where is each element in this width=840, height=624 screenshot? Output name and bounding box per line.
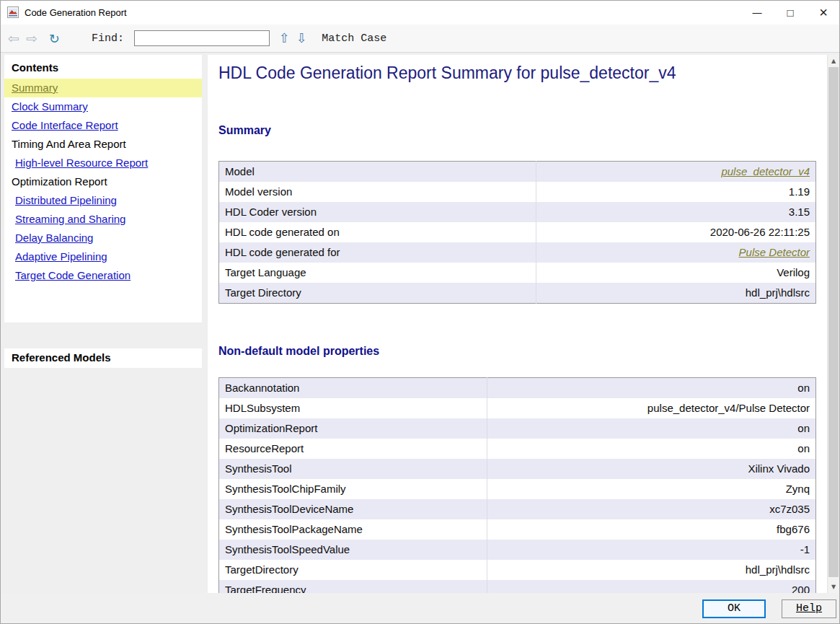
sidebar-item[interactable]: Distributed Pipelining bbox=[4, 191, 202, 210]
row-value[interactable]: Pulse Detector bbox=[536, 242, 816, 263]
row-label: ResourceReport bbox=[219, 439, 487, 459]
row-value: on bbox=[487, 418, 816, 439]
help-button[interactable]: Help bbox=[782, 599, 836, 618]
row-label: HDL code generated on bbox=[219, 222, 536, 242]
sidebar-item-label: Clock Summary bbox=[12, 100, 88, 113]
table-row: Target Language Verilog bbox=[219, 263, 816, 283]
table-row: TargetFrequency 200 bbox=[219, 580, 816, 593]
row-label: TargetFrequency bbox=[219, 580, 487, 593]
row-label: SynthesisToolDeviceName bbox=[219, 499, 487, 519]
row-value: Xilinx Vivado bbox=[487, 459, 816, 479]
refresh-icon[interactable]: ↻ bbox=[49, 31, 60, 46]
contents-panel: Contents Summary Clock Summary Code Inte… bbox=[4, 55, 202, 322]
table-row: SynthesisToolDeviceName xc7z035 bbox=[219, 499, 816, 519]
table-row: HDL code generated for Pulse Detector bbox=[219, 242, 816, 263]
sidebar-item[interactable]: Adaptive Pipelining bbox=[4, 247, 202, 266]
window-controls: — □ × bbox=[740, 0, 840, 25]
contents-header: Contents bbox=[4, 60, 202, 79]
scrollbar-thumb[interactable] bbox=[828, 67, 839, 577]
sidebar-item[interactable]: Streaming and Sharing bbox=[4, 210, 202, 229]
sidebar-item[interactable]: Clock Summary bbox=[4, 97, 202, 116]
forward-icon[interactable]: ⇨ bbox=[26, 30, 37, 46]
row-value: hdl_prj\hdlsrc bbox=[487, 560, 816, 580]
row-value: 1.19 bbox=[536, 182, 816, 202]
row-label: Target Directory bbox=[219, 283, 536, 304]
sidebar-item-label: Distributed Pipelining bbox=[15, 194, 117, 206]
page-title: HDL Code Generation Report Summary for p… bbox=[218, 63, 827, 83]
sidebar-item: Optimization Report bbox=[4, 172, 202, 191]
table-row: Model pulse_detector_v4 bbox=[219, 162, 816, 183]
scroll-down-icon[interactable]: ▼ bbox=[828, 581, 839, 593]
table-row: Target Directory hdl_prj\hdlsrc bbox=[219, 283, 816, 304]
contents-list: Summary Clock Summary Code Interface Rep… bbox=[4, 79, 202, 285]
table-row: SynthesisToolChipFamily Zynq bbox=[219, 479, 816, 499]
sidebar-item[interactable]: Delay Balancing bbox=[4, 229, 202, 247]
row-value: Zynq bbox=[487, 479, 816, 499]
sidebar-item-label: Summary bbox=[12, 82, 58, 94]
scroll-up-icon[interactable]: ▲ bbox=[828, 55, 839, 67]
nondefault-heading: Non-default model properties bbox=[218, 344, 827, 359]
row-label: SynthesisToolSpeedValue bbox=[219, 540, 487, 560]
nondefault-table: Backannotation on HDLSubsystem pulse_det… bbox=[218, 377, 816, 593]
sidebar-item-label: Target Code Generation bbox=[15, 269, 131, 281]
table-row: HDL code generated on 2020-06-26 22:11:2… bbox=[219, 222, 816, 242]
row-label: Backannotation bbox=[219, 378, 487, 399]
sidebar-item[interactable]: Code Interface Report bbox=[4, 116, 202, 135]
find-prev-icon[interactable]: ⇧ bbox=[279, 32, 290, 45]
row-value: 200 bbox=[487, 580, 816, 593]
sidebar-item-label: Optimization Report bbox=[12, 175, 107, 188]
row-label: TargetDirectory bbox=[219, 560, 487, 580]
footer: OK Help bbox=[0, 593, 840, 624]
maximize-button[interactable]: □ bbox=[774, 0, 807, 25]
referenced-models-header: Referenced Models bbox=[4, 348, 202, 366]
row-label: SynthesisTool bbox=[219, 459, 487, 479]
table-row: ResourceReport on bbox=[219, 439, 816, 459]
row-value: Verilog bbox=[536, 263, 816, 283]
sidebar-item[interactable]: Target Code Generation bbox=[4, 266, 202, 285]
sidebar-item-label: Delay Balancing bbox=[15, 232, 93, 244]
row-value: 2020-06-26 22:11:25 bbox=[536, 222, 816, 242]
row-value: hdl_prj\hdlsrc bbox=[536, 283, 816, 304]
table-row: SynthesisToolPackageName fbg676 bbox=[219, 519, 816, 540]
table-row: SynthesisToolSpeedValue -1 bbox=[219, 540, 816, 560]
table-row: SynthesisTool Xilinx Vivado bbox=[219, 459, 816, 479]
content-region: Contents Summary Clock Summary Code Inte… bbox=[0, 53, 840, 593]
toolbar: ⇦ ⇨ ↻ Find: ⇧ ⇩ Match Case bbox=[0, 25, 840, 53]
sidebar: Contents Summary Clock Summary Code Inte… bbox=[4, 55, 202, 368]
find-label: Find: bbox=[92, 32, 124, 45]
titlebar: Code Generation Report — □ × bbox=[0, 0, 840, 25]
sidebar-item[interactable]: Summary bbox=[4, 79, 202, 97]
summary-table: Model pulse_detector_v4 Model version 1.… bbox=[218, 161, 816, 304]
row-value[interactable]: pulse_detector_v4 bbox=[536, 162, 816, 183]
row-label: SynthesisToolChipFamily bbox=[219, 479, 487, 499]
find-input[interactable] bbox=[134, 30, 270, 46]
table-row: OptimizationReport on bbox=[219, 418, 816, 439]
row-label: Model bbox=[219, 162, 536, 183]
referenced-models-panel: Referenced Models bbox=[4, 348, 202, 368]
window-title: Code Generation Report bbox=[25, 7, 127, 18]
row-label: HDL Coder version bbox=[219, 202, 536, 222]
sidebar-item-label: Timing And Area Report bbox=[12, 138, 126, 150]
table-row: HDL Coder version 3.15 bbox=[219, 202, 816, 222]
close-button[interactable]: × bbox=[807, 0, 840, 25]
summary-heading: Summary bbox=[218, 123, 827, 138]
table-row: HDLSubsystem pulse_detector_v4/Pulse Det… bbox=[219, 398, 816, 418]
back-icon[interactable]: ⇦ bbox=[8, 30, 19, 46]
minimize-button[interactable]: — bbox=[740, 0, 774, 25]
row-value: -1 bbox=[487, 540, 816, 560]
ok-button[interactable]: OK bbox=[702, 599, 766, 618]
row-value: fbg676 bbox=[487, 519, 816, 540]
sidebar-item[interactable]: High-level Resource Report bbox=[4, 154, 202, 172]
table-row: Backannotation on bbox=[219, 378, 816, 399]
report-main: HDL Code Generation Report Summary for p… bbox=[208, 55, 827, 593]
sidebar-item-label: High-level Resource Report bbox=[15, 157, 148, 169]
row-value: on bbox=[487, 439, 816, 459]
row-label: Target Language bbox=[219, 263, 536, 283]
find-next-icon[interactable]: ⇩ bbox=[296, 32, 307, 45]
vertical-scrollbar[interactable]: ▲ ▼ bbox=[827, 55, 839, 593]
sidebar-item-label: Adaptive Pipelining bbox=[15, 250, 107, 263]
table-row: Model version 1.19 bbox=[219, 182, 816, 202]
row-label: OptimizationReport bbox=[219, 418, 487, 439]
sidebar-item-label: Streaming and Sharing bbox=[15, 213, 125, 225]
table-row: TargetDirectory hdl_prj\hdlsrc bbox=[219, 560, 816, 580]
